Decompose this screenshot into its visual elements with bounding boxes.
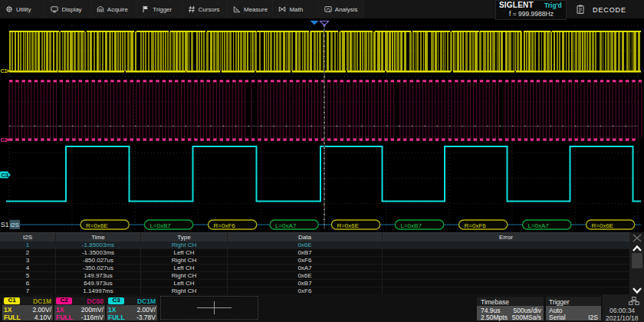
svg-text:R=0x6E: R=0x6E [592,222,614,229]
svg-text:S1: S1 [1,221,9,228]
svg-text:L=0xB7: L=0xB7 [150,222,171,229]
svg-text:C3: C3 [1,172,8,179]
svg-text:R=0x6E: R=0x6E [86,222,108,229]
svg-text:I2S: I2S [11,222,19,228]
svg-text:C2: C2 [1,137,8,143]
svg-text:R=0xF6: R=0xF6 [465,222,487,229]
svg-text:L=0xB7: L=0xB7 [401,222,422,229]
svg-text:C1: C1 [1,68,8,74]
svg-text:L=0xA7: L=0xA7 [528,222,550,229]
svg-text:R=0x6E: R=0x6E [337,222,359,229]
svg-text:R=0xF6: R=0xF6 [214,222,236,229]
svg-text:L=0xA7: L=0xA7 [275,222,297,229]
